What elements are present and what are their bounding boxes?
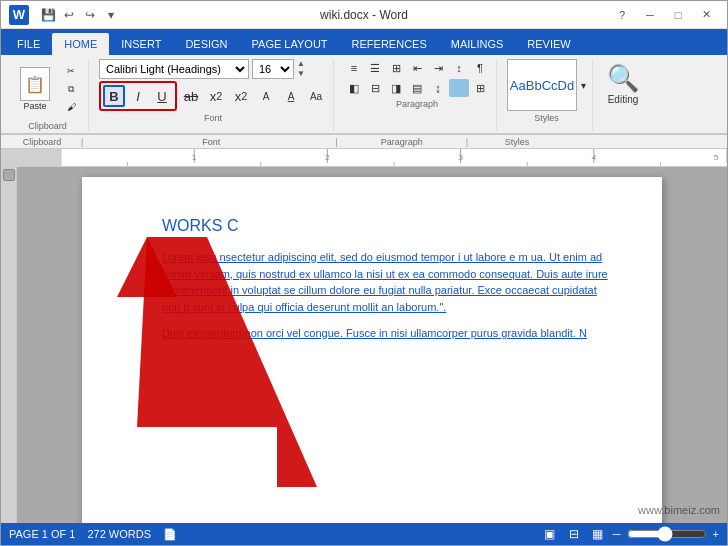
paragraph-label: Paragraph (396, 99, 438, 109)
ruler-container: 1 2 3 4 5 (1, 149, 727, 167)
tab-file[interactable]: FILE (5, 33, 52, 55)
status-right: ▣ ⊟ ▦ ─ + (541, 526, 719, 542)
font-size-select[interactable]: 16 81012141824 (252, 59, 294, 79)
font-row2: B I U ab x2 x2 A A Aa (99, 81, 327, 111)
font-size-down[interactable]: ▼ (297, 69, 305, 79)
zoom-minus[interactable]: ─ (613, 528, 621, 540)
multilevel-list-button[interactable]: ⊞ (386, 59, 406, 77)
customize-button[interactable]: ▾ (102, 6, 120, 24)
align-left-button[interactable]: ◧ (344, 79, 364, 97)
tab-home[interactable]: HOME (52, 33, 109, 55)
editing-label: Editing (608, 94, 639, 105)
undo-button[interactable]: ↩ (60, 6, 78, 24)
document-area: WORKS C Lorem ipsu nsectetur adipiscing … (1, 167, 727, 523)
text-highlight-button[interactable]: A (255, 85, 277, 107)
scrollbar-marker[interactable] (3, 169, 15, 181)
close-button[interactable]: ✕ (693, 6, 719, 24)
font-size-up[interactable]: ▲ (297, 59, 305, 69)
align-center-button[interactable]: ⊟ (365, 79, 385, 97)
zoom-plus[interactable]: + (713, 528, 719, 540)
svg-text:2: 2 (325, 152, 330, 162)
redo-button[interactable]: ↪ (81, 6, 99, 24)
shading-button[interactable] (449, 79, 469, 97)
font-size-arrows: ▲ ▼ (297, 59, 305, 79)
justify-button[interactable]: ▤ (407, 79, 427, 97)
clipboard-small-buttons: ✂ ⧉ 🖌 (60, 63, 82, 115)
tab-review[interactable]: REVIEW (515, 33, 582, 55)
paragraph-row1: ≡ ☰ ⊞ ⇤ ⇥ ↕ ¶ (344, 59, 490, 77)
window-title: wiki.docx - Word (320, 8, 408, 22)
line-spacing-button[interactable]: ↨ (428, 79, 448, 97)
subscript-button[interactable]: x2 (205, 85, 227, 107)
svg-text:5: 5 (714, 152, 719, 162)
font-name-select[interactable]: Calibri Light (Headings) (99, 59, 249, 79)
superscript-button[interactable]: x2 (230, 85, 252, 107)
cut-button[interactable]: ✂ (60, 63, 82, 79)
zoom-slider[interactable] (627, 529, 707, 539)
title-bar-left: W 💾 ↩ ↪ ▾ (9, 5, 120, 25)
ribbon-tabs: FILE HOME INSERT DESIGN PAGE LAYOUT REFE… (1, 29, 727, 55)
font-color-button[interactable]: A (280, 85, 302, 107)
paragraph-controls: ≡ ☰ ⊞ ⇤ ⇥ ↕ ¶ ◧ ⊟ ◨ ▤ ↨ ⊞ (344, 59, 490, 97)
underline-button[interactable]: U (151, 85, 173, 107)
maximize-button[interactable]: □ (665, 6, 691, 24)
copy-button[interactable]: ⧉ (60, 81, 82, 97)
paste-button[interactable]: 📋 Paste (13, 63, 57, 115)
bold-button[interactable]: B (103, 85, 125, 107)
body-paragraph-2: Duis elementum non orci vel congue. Fusc… (162, 325, 612, 342)
sort-button[interactable]: ↕ (449, 59, 469, 77)
quick-access-toolbar: 💾 ↩ ↪ ▾ (39, 6, 120, 24)
title-bar: W 💾 ↩ ↪ ▾ wiki.docx - Word ? ─ □ ✕ (1, 1, 727, 29)
document-main[interactable]: WORKS C Lorem ipsu nsectetur adipiscing … (17, 167, 727, 523)
view-web-button[interactable]: ⊟ (565, 526, 583, 542)
svg-text:1: 1 (192, 152, 197, 162)
lbl-clipboard: Clipboard (7, 137, 77, 147)
view-read-button[interactable]: ▦ (589, 526, 607, 542)
increase-indent-button[interactable]: ⇥ (428, 59, 448, 77)
save-button[interactable]: 💾 (39, 6, 57, 24)
status-bar: PAGE 1 OF 1 272 WORDS 📄 ▣ ⊟ ▦ ─ + (1, 523, 727, 545)
numbering-button[interactable]: ☰ (365, 59, 385, 77)
word-app-icon: W (9, 5, 29, 25)
ribbon-bar: 📋 Paste ✂ ⧉ 🖌 Clipboard Calibri Light (H… (1, 55, 727, 135)
view-print-button[interactable]: ▣ (541, 526, 559, 542)
font-group: Calibri Light (Headings) 16 81012141824 … (93, 59, 334, 131)
document-page[interactable]: WORKS C Lorem ipsu nsectetur adipiscing … (82, 177, 662, 523)
font-row1: Calibri Light (Headings) 16 81012141824 … (99, 59, 327, 79)
paste-area: 📋 Paste (13, 63, 57, 115)
tab-references[interactable]: REFERENCES (340, 33, 439, 55)
svg-text:4: 4 (591, 152, 596, 162)
tab-insert[interactable]: INSERT (109, 33, 173, 55)
paragraph-group: ≡ ☰ ⊞ ⇤ ⇥ ↕ ¶ ◧ ⊟ ◨ ▤ ↨ ⊞ Par (338, 59, 497, 131)
bullets-button[interactable]: ≡ (344, 59, 364, 77)
editing-group: 🔍 Editing (597, 59, 649, 131)
editing-area[interactable]: 🔍 Editing (603, 59, 643, 109)
format-painter-button[interactable]: 🖌 (60, 99, 82, 115)
lbl-para: Paragraph (342, 137, 462, 147)
font-label: Font (204, 113, 222, 123)
tab-page-layout[interactable]: PAGE LAYOUT (240, 33, 340, 55)
clear-format-button[interactable]: Aa (305, 85, 327, 107)
italic-button[interactable]: I (127, 85, 149, 107)
styles-group: AaBbCcDd ▾ Styles (501, 59, 593, 131)
minimize-button[interactable]: ─ (637, 6, 663, 24)
tab-design[interactable]: DESIGN (173, 33, 239, 55)
strikethrough-button[interactable]: ab (180, 85, 202, 107)
document-heading: WORKS C (162, 217, 612, 235)
align-right-button[interactable]: ◨ (386, 79, 406, 97)
lbl-font: Font (91, 137, 331, 147)
styles-area: AaBbCcDd ▾ (507, 59, 586, 111)
decrease-indent-button[interactable]: ⇤ (407, 59, 427, 77)
left-scrollbar (1, 167, 17, 523)
lbl-styles: Styles (472, 137, 562, 147)
border-button[interactable]: ⊞ (470, 79, 490, 97)
clipboard-label: Clipboard (28, 121, 67, 131)
font-controls: Calibri Light (Headings) 16 81012141824 … (99, 59, 327, 111)
show-formatting-button[interactable]: ¶ (470, 59, 490, 77)
tab-mailings[interactable]: MAILINGS (439, 33, 516, 55)
styles-gallery[interactable]: AaBbCcDd (507, 59, 577, 111)
paragraph-row2: ◧ ⊟ ◨ ▤ ↨ ⊞ (344, 79, 490, 97)
document-body[interactable]: Lorem ipsu nsectetur adipiscing elit, se… (162, 249, 612, 342)
styles-expand-button[interactable]: ▾ (581, 80, 586, 91)
help-button[interactable]: ? (609, 6, 635, 24)
